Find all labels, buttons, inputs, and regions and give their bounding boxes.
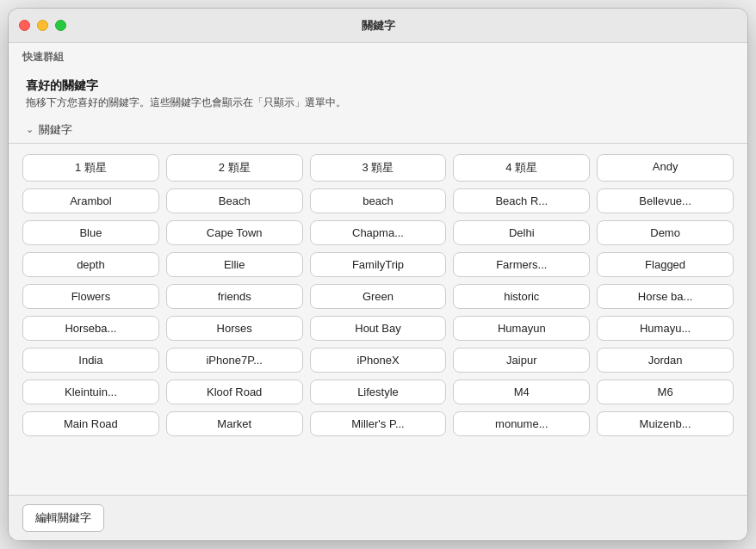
keyword-tag[interactable]: depth <box>22 252 159 277</box>
favorites-section: 喜好的關鍵字 拖移下方您喜好的關鍵字。這些關鍵字也會顯示在「只顯示」選單中。 <box>9 68 747 117</box>
keyword-tag[interactable]: historic <box>453 284 590 309</box>
keyword-tag[interactable]: Horse ba... <box>597 284 734 309</box>
keyword-tag[interactable]: 4 顆星 <box>453 154 590 182</box>
keyword-tag[interactable]: Miller's P... <box>310 411 447 436</box>
keyword-tag[interactable]: Flagged <box>597 252 734 277</box>
keyword-tag[interactable]: M6 <box>597 379 734 404</box>
keyword-tag[interactable]: 3 顆星 <box>310 154 447 182</box>
keyword-tag[interactable]: monume... <box>453 411 590 436</box>
keyword-tag[interactable]: M4 <box>453 379 590 404</box>
keyword-tag[interactable]: Delhi <box>453 220 590 245</box>
keyword-tag[interactable]: 1 顆星 <box>22 154 159 182</box>
keyword-tag[interactable]: beach <box>310 188 447 213</box>
footer: 編輯關鍵字 <box>9 495 747 540</box>
keyword-tag[interactable]: Chapma... <box>310 220 447 245</box>
keyword-tag[interactable]: Blue <box>22 220 159 245</box>
keyword-tag[interactable]: Main Road <box>22 411 159 436</box>
keyword-tag[interactable]: Beach <box>166 188 303 213</box>
keyword-tag[interactable]: Kleintuin... <box>22 379 159 404</box>
keyword-tag[interactable]: Market <box>166 411 303 436</box>
keyword-tag[interactable]: Green <box>310 284 447 309</box>
favorites-description: 拖移下方您喜好的關鍵字。這些關鍵字也會顯示在「只顯示」選單中。 <box>26 96 730 110</box>
keyword-tag[interactable]: Flowers <box>22 284 159 309</box>
keyword-tag[interactable]: Lifestyle <box>310 379 447 404</box>
main-window: 關鍵字 快速群組 喜好的關鍵字 拖移下方您喜好的關鍵字。這些關鍵字也會顯示在「只… <box>9 9 747 540</box>
keyword-tag[interactable]: Ellie <box>166 252 303 277</box>
keyword-tag[interactable]: Jordan <box>597 348 734 373</box>
minimize-button[interactable] <box>37 20 48 31</box>
chevron-down-icon: ⌄ <box>26 124 34 135</box>
keyword-tag[interactable]: Andy <box>597 154 734 182</box>
keyword-tag[interactable]: Cape Town <box>166 220 303 245</box>
keyword-tag[interactable]: Horseba... <box>22 316 159 341</box>
keywords-header: ⌄ 關鍵字 <box>9 117 747 144</box>
keyword-tag[interactable]: Kloof Road <box>166 379 303 404</box>
keyword-tag[interactable]: Humayu... <box>597 316 734 341</box>
keyword-tag[interactable]: Arambol <box>22 188 159 213</box>
keyword-tag[interactable]: Demo <box>597 220 734 245</box>
keyword-tag[interactable]: Beach R... <box>453 188 590 213</box>
sidebar-label: 快速群組 <box>9 43 747 68</box>
keywords-grid: 1 顆星2 顆星3 顆星4 顆星AndyArambolBeachbeachBea… <box>22 154 734 436</box>
keywords-header-text: 關鍵字 <box>39 122 72 138</box>
window-title: 關鍵字 <box>362 18 395 34</box>
keyword-tag[interactable]: Jaipur <box>453 348 590 373</box>
keyword-tag[interactable]: India <box>22 348 159 373</box>
keywords-grid-container[interactable]: 1 顆星2 顆星3 顆星4 顆星AndyArambolBeachbeachBea… <box>9 144 747 495</box>
close-button[interactable] <box>19 20 30 31</box>
edit-keywords-button[interactable]: 編輯關鍵字 <box>22 504 104 532</box>
traffic-lights <box>19 20 66 31</box>
keyword-tag[interactable]: Bellevue... <box>597 188 734 213</box>
content-area: 快速群組 喜好的關鍵字 拖移下方您喜好的關鍵字。這些關鍵字也會顯示在「只顯示」選… <box>9 43 747 540</box>
keyword-tag[interactable]: iPhoneX <box>310 348 447 373</box>
keyword-tag[interactable]: Muizenb... <box>597 411 734 436</box>
keyword-tag[interactable]: Hout Bay <box>310 316 447 341</box>
keyword-tag[interactable]: friends <box>166 284 303 309</box>
keyword-tag[interactable]: FamilyTrip <box>310 252 447 277</box>
keyword-tag[interactable]: 2 顆星 <box>166 154 303 182</box>
keyword-tag[interactable]: iPhone7P... <box>166 348 303 373</box>
keyword-tag[interactable]: Humayun <box>453 316 590 341</box>
title-bar: 關鍵字 <box>9 9 747 43</box>
keyword-tag[interactable]: Farmers... <box>453 252 590 277</box>
maximize-button[interactable] <box>55 20 66 31</box>
favorites-title: 喜好的關鍵字 <box>26 78 730 94</box>
keyword-tag[interactable]: Horses <box>166 316 303 341</box>
